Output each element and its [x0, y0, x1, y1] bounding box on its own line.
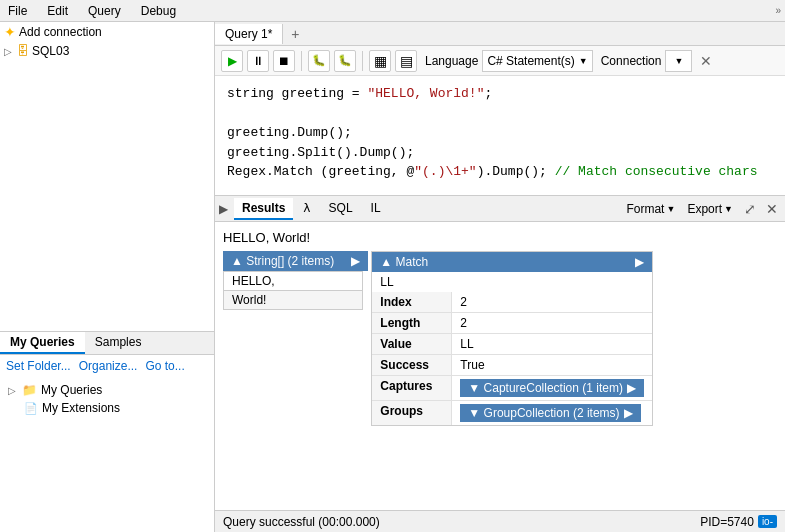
- table-row: HELLO,: [224, 272, 363, 291]
- tab-lambda[interactable]: λ: [295, 198, 318, 220]
- export-chevron-icon: ▼: [724, 204, 733, 214]
- match-header-label: ▲ Match: [380, 255, 428, 269]
- format-button[interactable]: Format ▼: [622, 201, 679, 217]
- capture-collection-button[interactable]: ▼ CaptureCollection (1 item) ▶: [460, 379, 644, 397]
- list-view-button[interactable]: ▤: [395, 50, 417, 72]
- menu-file[interactable]: File: [4, 2, 31, 20]
- code-editor[interactable]: string greeting = "HELLO, World!"; greet…: [215, 76, 785, 196]
- right-panel: Query 1* + ▶ ⏸ ⏹ 🐛 🐛 ▦ ▤ Language C# Sta…: [215, 22, 785, 532]
- toolbar-close-button[interactable]: ✕: [700, 53, 712, 69]
- main-layout: ✦ Add connection ▷ 🗄 SQL03 My Queries Sa…: [0, 22, 785, 532]
- pid-label: PID=5740: [700, 515, 754, 529]
- code-line-1: string greeting = "HELLO, World!";: [227, 84, 773, 104]
- language-chevron-icon: ▼: [579, 56, 588, 66]
- menu-edit[interactable]: Edit: [43, 2, 72, 20]
- results-actions: Format ▼ Export ▼ ⤢ ✕: [622, 200, 781, 218]
- grid-view-button[interactable]: ▦: [369, 50, 391, 72]
- connection-tree: ✦ Add connection ▷ 🗄 SQL03: [0, 22, 214, 332]
- queries-panel: My Queries Samples Set Folder... Organiz…: [0, 332, 214, 532]
- pause-button[interactable]: ⏸: [247, 50, 269, 72]
- sql03-item[interactable]: ▷ 🗄 SQL03: [0, 42, 214, 60]
- run-button[interactable]: ▶: [221, 50, 243, 72]
- tab-il[interactable]: IL: [363, 198, 389, 220]
- debug-bug2-button[interactable]: 🐛: [334, 50, 356, 72]
- value-key: Value: [372, 334, 452, 354]
- table-row: World!: [224, 291, 363, 310]
- results-expand-icon[interactable]: ▶: [219, 202, 228, 216]
- connection-dropdown[interactable]: ▼: [665, 50, 692, 72]
- folder-icon: 📁: [22, 383, 37, 397]
- set-folder-link[interactable]: Set Folder...: [6, 359, 71, 373]
- code-line-2: [227, 104, 773, 124]
- queries-tree: ▷ 📁 My Queries 📄 My Extensions: [0, 377, 214, 532]
- tab-samples[interactable]: Samples: [85, 332, 152, 354]
- match-header-arrow: ▶: [635, 255, 644, 269]
- database-icon: 🗄: [17, 44, 29, 58]
- star-icon: ✦: [4, 24, 16, 40]
- close-results-button[interactable]: ✕: [763, 200, 781, 218]
- status-pid: PID=5740 io-: [700, 515, 777, 529]
- success-key: Success: [372, 355, 452, 375]
- document-icon: 📄: [24, 402, 38, 415]
- add-connection-item[interactable]: ✦ Add connection: [0, 22, 214, 42]
- expand-results-button[interactable]: ⤢: [741, 200, 759, 218]
- array-item-1: World!: [224, 291, 363, 310]
- my-queries-folder[interactable]: ▷ 📁 My Queries: [4, 381, 210, 399]
- add-connection-label: Add connection: [19, 25, 102, 39]
- match-header[interactable]: ▲ Match ▶: [372, 252, 652, 272]
- my-extensions-label: My Extensions: [42, 401, 120, 415]
- menu-expand-icon[interactable]: »: [775, 5, 781, 16]
- language-label: Language: [425, 54, 478, 68]
- group-arrow-icon: ▶: [624, 406, 633, 420]
- toolbar-separator-2: [362, 51, 363, 71]
- goto-link[interactable]: Go to...: [145, 359, 184, 373]
- groups-key: Groups: [372, 401, 452, 425]
- group-collection-button[interactable]: ▼ GroupCollection (2 items) ▶: [460, 404, 640, 422]
- code-line-5: Regex.Match (greeting, @"(.)\1+").Dump()…: [227, 162, 773, 182]
- language-value: C# Statement(s): [487, 54, 574, 68]
- code-line-4: greeting.Split().Dump();: [227, 143, 773, 163]
- my-queries-label: My Queries: [41, 383, 102, 397]
- success-value: True: [452, 355, 652, 375]
- array-header[interactable]: ▲ String[] (2 items) ▶: [223, 251, 368, 271]
- match-length-row: Length 2: [372, 313, 652, 334]
- export-button[interactable]: Export ▼: [683, 201, 737, 217]
- tab-my-queries[interactable]: My Queries: [0, 332, 85, 354]
- index-key: Index: [372, 292, 452, 312]
- length-value: 2: [452, 313, 652, 333]
- sql03-label: SQL03: [32, 44, 69, 58]
- code-line-3: greeting.Dump();: [227, 123, 773, 143]
- query-tab-1[interactable]: Query 1*: [215, 24, 283, 44]
- tab-results[interactable]: Results: [234, 198, 293, 220]
- organize-link[interactable]: Organize...: [79, 359, 138, 373]
- io-button[interactable]: io-: [758, 515, 777, 528]
- match-index-row: Index 2: [372, 292, 652, 313]
- menu-debug[interactable]: Debug: [137, 2, 180, 20]
- export-label: Export: [687, 202, 722, 216]
- string-array-table: ▲ String[] (2 items) ▶ HELLO, World!: [223, 251, 368, 318]
- array-item-0: HELLO,: [224, 272, 363, 291]
- group-btn-label: ▼ GroupCollection (2 items): [468, 406, 619, 420]
- results-content: HELLO, World! ▲ String[] (2 items) ▶ HEL…: [215, 222, 785, 510]
- stop-button[interactable]: ⏹: [273, 50, 295, 72]
- menu-query[interactable]: Query: [84, 2, 125, 20]
- match-section: ▲ Match ▶ LL Index 2 Length 2 Value LL: [371, 251, 653, 426]
- results-tab-bar: ▶ Results λ SQL IL Format ▼ Export ▼ ⤢ ✕: [215, 196, 785, 222]
- format-chevron-icon: ▼: [666, 204, 675, 214]
- my-extensions-item[interactable]: 📄 My Extensions: [4, 399, 210, 417]
- tab-sql[interactable]: SQL: [321, 198, 361, 220]
- value-value: LL: [452, 334, 652, 354]
- status-text: Query successful (00:00.000): [223, 515, 700, 529]
- match-success-row: Success True: [372, 355, 652, 376]
- debug-bug-button[interactable]: 🐛: [308, 50, 330, 72]
- language-dropdown[interactable]: C# Statement(s) ▼: [482, 50, 592, 72]
- array-header-label: ▲ String[] (2 items): [231, 254, 334, 268]
- connection-label: Connection: [601, 54, 662, 68]
- format-label: Format: [626, 202, 664, 216]
- folder-expand-icon: ▷: [8, 385, 16, 396]
- capture-arrow-icon: ▶: [627, 381, 636, 395]
- match-groups-row: Groups ▼ GroupCollection (2 items) ▶: [372, 401, 652, 425]
- array-items: HELLO, World!: [223, 271, 363, 310]
- new-tab-button[interactable]: +: [283, 23, 307, 45]
- hello-world-result: HELLO, World!: [223, 226, 777, 251]
